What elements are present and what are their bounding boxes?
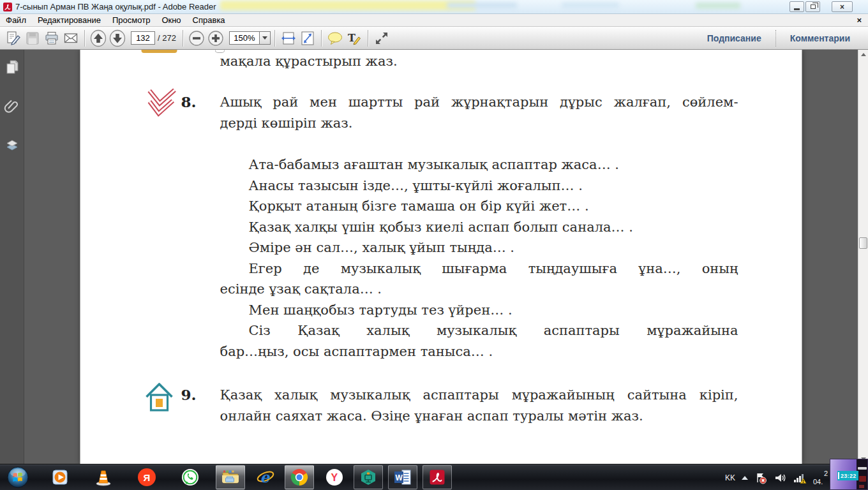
email-button[interactable] [61, 29, 80, 47]
taskbar-word[interactable]: W [388, 465, 417, 489]
menu-file[interactable]: Файл [0, 14, 32, 26]
page-thumbnails-icon [4, 59, 20, 75]
partial-exercise-icon [215, 50, 225, 53]
windows-media-player-icon [51, 468, 69, 486]
page-number-input[interactable] [131, 31, 155, 45]
window-title: 7-сынып Арман ПВ Жаңа оқулық.pdf - Adobe… [15, 2, 216, 11]
pdf-text-line: дерді көшіріп жаз. [220, 113, 738, 134]
pdf-text-line: Қазақ халық музыкалық аспаптары мұражайы… [220, 385, 738, 406]
menu-help[interactable]: Справка [187, 14, 231, 26]
zoom-level-value[interactable]: 150% [229, 31, 260, 45]
zoom-in-button[interactable] [206, 29, 225, 47]
toolbar-separator [183, 30, 183, 47]
system-tray: KK 2 04. [725, 464, 842, 490]
fit-width-button[interactable] [279, 29, 298, 47]
pdf-text-line: Анасы тазысын ізде…, ұшты-күйлі жоғалып…… [249, 175, 738, 197]
close-button[interactable]: × [832, 1, 853, 12]
sign-document-icon [6, 31, 21, 46]
vertical-scrollbar[interactable] [858, 50, 868, 464]
page-thumbnails-button[interactable] [4, 59, 20, 75]
word-icon: W [393, 468, 412, 486]
attachments-button[interactable] [4, 98, 20, 115]
document-close-icon[interactable]: × [850, 15, 868, 25]
minimize-button[interactable] [789, 1, 804, 12]
pdf-text-line: Егер де музыкалық шығарма тыңдаушыға ұна… [249, 258, 738, 279]
fit-page-icon [299, 31, 316, 46]
taskbar-file-explorer[interactable] [216, 465, 245, 489]
action-center-flag-icon[interactable] [754, 471, 767, 484]
toolbar-separator [368, 30, 368, 47]
file-explorer-icon [221, 468, 240, 486]
adobe-reader-window: 7-сынып Арман ПВ Жаңа оқулық.pdf - Adobe… [0, 0, 868, 490]
pdf-text-line: Мен шаңқобыз тартуды тез үйрен… . [249, 300, 738, 321]
yandex-letter: Я [144, 472, 151, 483]
exercise8-intro: Ашық рай мен шартты рай жұрнақтарын дұры… [220, 92, 738, 133]
comments-panel-button[interactable]: Комментарии [776, 33, 864, 43]
toolbar-separator [84, 30, 85, 47]
page-down-icon [109, 29, 126, 47]
exercise9-number: 9. [181, 386, 209, 403]
taskbar-whatsapp[interactable] [176, 465, 204, 489]
taskbar-yandex-browser[interactable]: Я [133, 465, 161, 489]
taskbar-yandex-browser-2[interactable]: Y [320, 465, 348, 489]
zoom-dropdown-button[interactable] [260, 31, 271, 45]
pdf-text-line: Сіз Қазақ халық музыкалық аспаптары мұра… [249, 320, 738, 341]
workspace: мақала құрастырып жаз. 8. Ашық рай мен ш… [0, 50, 868, 464]
comment-button[interactable] [326, 29, 345, 47]
text-markup-icon: T [346, 31, 363, 46]
zoom-in-icon [207, 30, 224, 47]
taskbar-chrome[interactable] [285, 465, 314, 489]
save-button[interactable] [23, 29, 42, 47]
taskbar-kaspersky[interactable] [354, 465, 383, 489]
yandex-browser-white-icon: Y [326, 468, 343, 486]
pip-time-badge: 23:22 [837, 471, 858, 480]
adobe-reader-app-icon [3, 2, 13, 12]
fit-page-button[interactable] [298, 29, 317, 47]
speech-bubble-icon [327, 31, 343, 46]
exercise8-double-check-icon [144, 84, 177, 119]
volume-icon[interactable] [774, 471, 786, 484]
taskbar-acrobat-reader[interactable] [423, 465, 452, 489]
text-markup-button[interactable]: T [345, 29, 364, 47]
show-hidden-icons-button[interactable] [742, 476, 748, 480]
start-button[interactable] [5, 464, 31, 490]
ie-letter: e [260, 468, 271, 486]
fullscreen-button[interactable] [372, 29, 391, 47]
pdf-text-line: Қорқыт атаның бізге тамаша он бір күйі ж… [249, 196, 738, 217]
acrobat-reader-icon [428, 468, 446, 486]
exercise8-number: 8. [181, 93, 209, 110]
fullscreen-icon [373, 30, 390, 47]
internet-explorer-icon: e [256, 468, 275, 487]
print-button[interactable] [42, 29, 61, 47]
previous-page-button[interactable] [89, 29, 108, 47]
restore-icon [811, 4, 816, 9]
pip-caption-smudge [858, 467, 867, 470]
print-icon [44, 31, 59, 46]
menu-edit[interactable]: Редактирование [32, 14, 107, 26]
zoom-out-button[interactable] [187, 29, 206, 47]
language-indicator[interactable]: KK [725, 473, 735, 482]
pip-video-window[interactable]: 23:22 [830, 459, 868, 490]
scroll-up-button[interactable] [858, 50, 868, 59]
menu-window[interactable]: Окно [156, 14, 186, 26]
toolbar-separator [321, 30, 322, 47]
layers-button[interactable] [4, 138, 20, 154]
next-page-button[interactable] [108, 29, 127, 47]
taskbar-vlc[interactable] [89, 465, 117, 489]
windows-start-icon [6, 466, 29, 489]
zoom-out-icon [188, 30, 205, 47]
signing-panel-button[interactable]: Подписание [693, 33, 775, 43]
restore-button[interactable] [805, 1, 820, 12]
taskbar-internet-explorer[interactable]: e [251, 465, 280, 489]
document-pane: мақала құрастырып жаз. 8. Ашық рай мен ш… [24, 50, 858, 464]
pdf-text-line: бар…ңыз, осы аспаптармен таныса… . [220, 341, 738, 362]
network-signal-icon[interactable] [793, 471, 807, 484]
scrollbar-thumb[interactable] [859, 237, 867, 249]
toolbar: / 272 150% [0, 27, 868, 50]
chrome-icon [290, 468, 308, 486]
taskbar-media-player[interactable] [46, 465, 74, 489]
close-icon: × [840, 3, 844, 11]
menu-view[interactable]: Просмотр [107, 14, 156, 26]
whatsapp-icon [181, 468, 199, 486]
sign-document-button[interactable] [4, 29, 23, 47]
